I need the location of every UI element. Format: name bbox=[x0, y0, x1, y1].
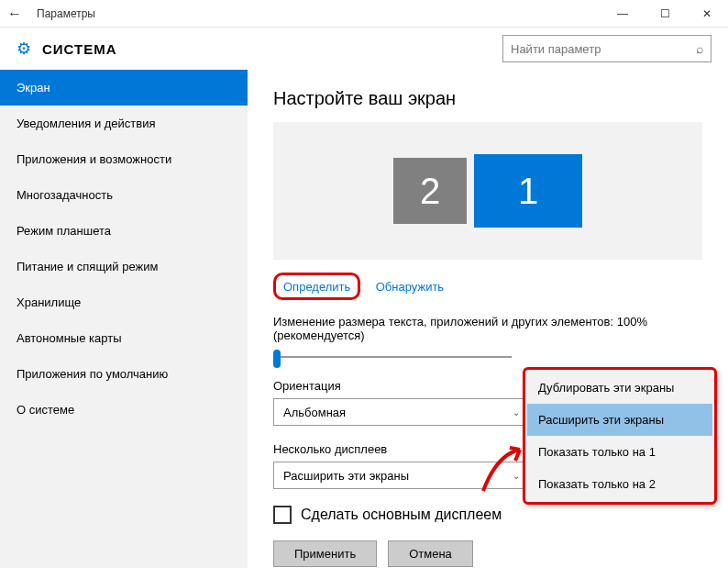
scale-label: Изменение размера текста, приложений и д… bbox=[273, 315, 702, 342]
sidebar-item[interactable]: Уведомления и действия bbox=[0, 106, 248, 141]
dropdown-option[interactable]: Дублировать эти экраны bbox=[527, 372, 712, 404]
sidebar-item[interactable]: Приложения и возможности bbox=[0, 141, 248, 177]
minimize-button[interactable]: — bbox=[601, 0, 644, 28]
multiple-displays-dropdown[interactable]: Расширить эти экраны ⌄ bbox=[273, 462, 530, 489]
make-main-checkbox[interactable] bbox=[273, 506, 292, 524]
sidebar-item[interactable]: Экран bbox=[0, 70, 248, 106]
apply-button[interactable]: Применить bbox=[273, 540, 377, 567]
chevron-down-icon: ⌄ bbox=[513, 471, 520, 481]
search-icon: ⌕ bbox=[696, 41, 703, 56]
back-button[interactable]: ← bbox=[0, 6, 29, 22]
sidebar-item[interactable]: Питание и спящий режим bbox=[0, 249, 248, 284]
sidebar-item[interactable]: Режим планшета bbox=[0, 213, 248, 249]
multiple-displays-options: Дублировать эти экраныРасширить эти экра… bbox=[523, 367, 717, 505]
dropdown-option[interactable]: Расширить эти экраны bbox=[527, 404, 712, 436]
close-button[interactable]: ✕ bbox=[686, 0, 728, 28]
monitor-links: Определить Обнаружить bbox=[273, 273, 702, 300]
detect-link[interactable]: Обнаружить bbox=[376, 280, 444, 294]
dropdown-option[interactable]: Показать только на 2 bbox=[527, 468, 712, 500]
make-main-label: Сделать основным дисплеем bbox=[301, 507, 502, 523]
sidebar-item[interactable]: Многозадачность bbox=[0, 177, 248, 213]
sidebar-item[interactable]: Приложения по умолчанию bbox=[0, 356, 248, 392]
slider-track bbox=[273, 356, 512, 358]
monitor-arrangement[interactable]: 2 1 bbox=[273, 122, 702, 260]
monitor-1[interactable]: 1 bbox=[474, 154, 582, 228]
orientation-value: Альбомная bbox=[283, 406, 346, 419]
page-title: Настройте ваш экран bbox=[273, 88, 702, 109]
titlebar: ← Параметры — ☐ ✕ bbox=[0, 0, 728, 28]
monitor-2[interactable]: 2 bbox=[393, 158, 467, 224]
sidebar-item[interactable]: Автономные карты bbox=[0, 320, 248, 356]
cancel-button[interactable]: Отмена bbox=[388, 540, 473, 567]
dropdown-option[interactable]: Показать только на 1 bbox=[527, 436, 712, 468]
chevron-down-icon: ⌄ bbox=[513, 407, 520, 418]
gear-icon: ⚙ bbox=[17, 39, 31, 59]
sidebar: ЭкранУведомления и действияПриложения и … bbox=[0, 70, 248, 568]
orientation-dropdown[interactable]: Альбомная ⌄ bbox=[273, 398, 530, 426]
sidebar-item[interactable]: Хранилище bbox=[0, 284, 248, 320]
scale-slider[interactable] bbox=[273, 348, 512, 366]
header: ⚙ СИСТЕМА ⌕ bbox=[0, 28, 728, 70]
sidebar-item[interactable]: О системе bbox=[0, 392, 248, 428]
highlight-identify: Определить bbox=[273, 273, 360, 300]
make-main-row: Сделать основным дисплеем bbox=[273, 506, 702, 524]
window-title: Параметры bbox=[29, 7, 601, 20]
search-box[interactable]: ⌕ bbox=[502, 35, 711, 62]
multiple-displays-value: Расширить эти экраны bbox=[283, 469, 409, 483]
maximize-button[interactable]: ☐ bbox=[644, 0, 686, 28]
search-input[interactable] bbox=[511, 42, 696, 56]
slider-thumb[interactable] bbox=[273, 350, 281, 368]
identify-link[interactable]: Определить bbox=[283, 280, 350, 294]
button-row: Применить Отмена bbox=[273, 540, 702, 567]
header-title: СИСТЕМА bbox=[42, 41, 502, 57]
